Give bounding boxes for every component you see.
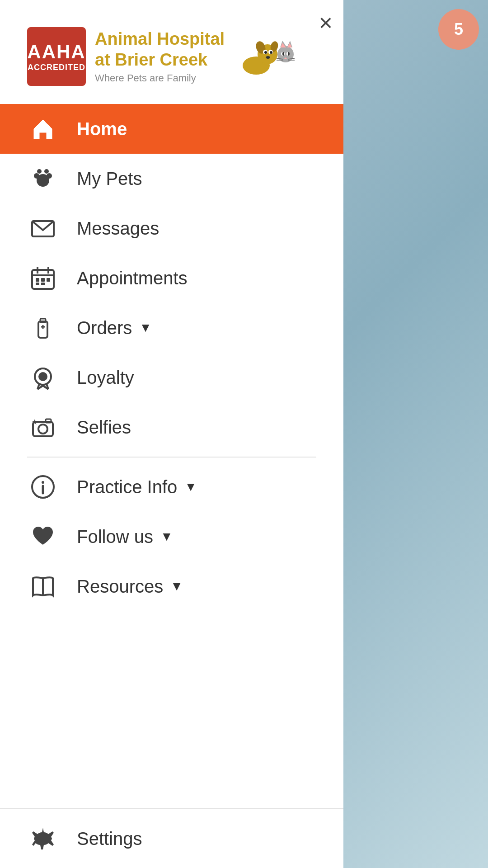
info-icon: [27, 471, 59, 503]
nav-divider: [27, 457, 316, 458]
message-badge: 5: [438, 9, 479, 50]
svg-point-6: [264, 51, 267, 54]
nav-item-follow-us[interactable]: Follow us ▼: [0, 512, 343, 561]
practice-info-arrow: ▼: [184, 480, 197, 494]
svg-point-27: [44, 169, 49, 174]
nav-label-selfies: Selfies: [77, 417, 131, 438]
nav-item-messages[interactable]: Messages: [0, 203, 343, 253]
aaha-logo: AAHA ACCREDITED: [27, 27, 86, 86]
svg-rect-33: [36, 278, 39, 282]
svg-point-53: [42, 481, 44, 484]
svg-point-49: [38, 425, 47, 434]
nav-label-my-pets: My Pets: [77, 169, 142, 189]
nav-item-appointments[interactable]: Appointments: [0, 253, 343, 303]
hospital-name-area: Animal Hospitalat Brier Creek Where Pets…: [95, 29, 225, 84]
mail-icon: [27, 212, 59, 244]
svg-point-8: [266, 56, 270, 59]
nav-item-loyalty[interactable]: Loyalty: [0, 353, 343, 402]
svg-point-7: [270, 51, 272, 54]
nav-item-my-pets[interactable]: My Pets: [0, 154, 343, 203]
calendar-icon: [27, 262, 59, 294]
svg-point-43: [38, 372, 47, 381]
nav-label-messages: Messages: [77, 218, 159, 239]
settings-label: Settings: [77, 829, 142, 849]
nav-list: Home My Pets Me: [0, 104, 343, 808]
selfie-icon: [27, 411, 59, 443]
nav-label-home: Home: [77, 119, 127, 139]
resources-arrow: ▼: [170, 579, 183, 594]
home-icon: [27, 113, 59, 145]
nav-label-loyalty: Loyalty: [77, 368, 134, 388]
nav-item-orders[interactable]: Orders ▼: [0, 303, 343, 353]
bottle-icon: [27, 312, 59, 344]
nav-item-practice-info[interactable]: Practice Info ▼: [0, 462, 343, 512]
settings-icon: [27, 823, 59, 854]
close-button[interactable]: ×: [319, 11, 333, 34]
nav-item-home[interactable]: Home: [0, 104, 343, 154]
svg-point-17: [288, 52, 290, 56]
follow-us-arrow: ▼: [160, 529, 173, 544]
nav-label-resources: Resources: [77, 576, 163, 597]
badge-count: 5: [454, 20, 463, 39]
nav-label-orders: Orders: [77, 318, 132, 338]
svg-rect-36: [36, 283, 39, 285]
nav-drawer: × AAHA ACCREDITED Animal Hospitalat Brie…: [0, 0, 343, 868]
hospital-name: Animal Hospitalat Brier Creek: [95, 29, 225, 70]
heart-icon: [27, 521, 59, 552]
nav-item-resources[interactable]: Resources ▼: [0, 561, 343, 611]
svg-point-16: [282, 52, 284, 56]
svg-rect-37: [41, 283, 45, 285]
orders-arrow: ▼: [139, 321, 152, 335]
svg-point-25: [47, 173, 52, 179]
nav-label-practice-info: Practice Info: [77, 477, 177, 497]
hospital-tagline: Where Pets are Family: [95, 72, 225, 84]
nav-label-follow-us: Follow us: [77, 527, 153, 547]
pets-illustration: [234, 34, 297, 79]
loyalty-icon: [27, 362, 59, 393]
logo-area: AAHA ACCREDITED Animal Hospitalat Brier …: [0, 0, 343, 104]
svg-point-24: [34, 173, 39, 179]
book-icon: [27, 571, 59, 602]
nav-label-appointments: Appointments: [77, 268, 188, 288]
svg-rect-38: [38, 321, 47, 338]
svg-rect-35: [47, 278, 50, 282]
svg-rect-34: [41, 278, 45, 282]
settings-bar[interactable]: Settings: [0, 808, 343, 868]
paw-icon: [27, 163, 59, 194]
nav-item-selfies[interactable]: Selfies: [0, 402, 343, 452]
svg-point-26: [37, 169, 42, 174]
